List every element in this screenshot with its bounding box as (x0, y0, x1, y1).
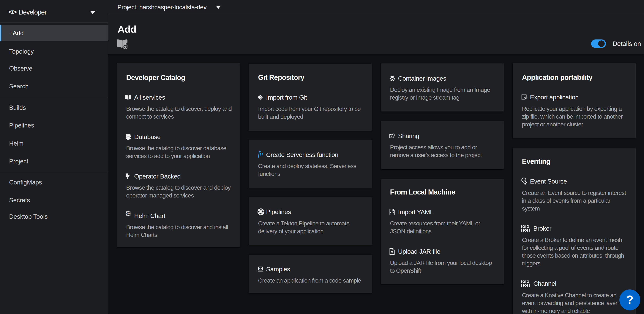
svg-text:HELM: HELM (126, 213, 130, 214)
svg-text:</>: </> (390, 211, 394, 214)
svg-text:<>: <> (259, 268, 262, 270)
